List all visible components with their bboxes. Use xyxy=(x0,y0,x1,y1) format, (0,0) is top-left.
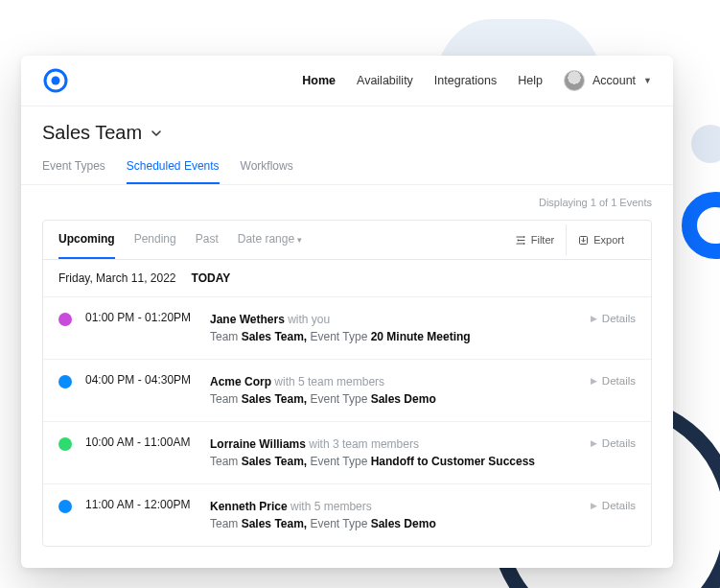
event-row: 04:00 PM - 04:30PMAcme Corp with 5 team … xyxy=(43,360,651,422)
event-color-dot xyxy=(58,313,72,326)
nav-home[interactable]: Home xyxy=(302,74,336,87)
panel-tabs: Upcoming Pending Past Date range Filter … xyxy=(43,221,651,260)
section-tabs: Event Types Scheduled Events Workflows xyxy=(21,150,673,185)
date-header: Friday, March 11, 2022 TODAY xyxy=(43,260,651,297)
event-color-dot xyxy=(58,500,72,513)
event-body: Kenneth Price with 5 membersTeam Sales T… xyxy=(210,498,591,532)
event-team: Sales Team, xyxy=(242,392,307,406)
event-type: Sales Demo xyxy=(371,392,436,406)
export-button[interactable]: Export xyxy=(566,224,636,255)
avatar xyxy=(564,70,585,91)
event-attendee-name: Kenneth Price xyxy=(210,500,288,513)
nav-availability[interactable]: Availability xyxy=(357,74,413,87)
event-type: Handoff to Customer Success xyxy=(371,455,535,468)
event-with-text: with you xyxy=(285,313,330,326)
caret-right-icon: ▶ xyxy=(591,501,597,510)
event-attendee-line: Kenneth Price with 5 members xyxy=(210,500,372,513)
event-meta-line: Team Sales Team, Event Type 20 Minute Me… xyxy=(210,328,591,345)
tab-event-types[interactable]: Event Types xyxy=(42,150,105,184)
filter-button[interactable]: Filter xyxy=(504,224,566,255)
caret-right-icon: ▶ xyxy=(591,314,597,323)
event-with-text: with 3 team members xyxy=(306,437,419,451)
event-color-dot xyxy=(58,375,72,388)
event-time: 01:00 PM - 01:20PM xyxy=(85,311,210,324)
event-attendee-line: Acme Corp with 5 team members xyxy=(210,375,384,388)
event-time: 04:00 PM - 04:30PM xyxy=(85,373,210,387)
account-menu[interactable]: Account ▼ xyxy=(564,70,652,91)
filter-label: Filter xyxy=(531,234,554,246)
event-team: Sales Team, xyxy=(242,330,307,343)
event-color-dot xyxy=(58,437,72,451)
panel-tab-past[interactable]: Past xyxy=(196,221,219,259)
nav-help[interactable]: Help xyxy=(518,74,543,87)
svg-point-3 xyxy=(517,239,519,241)
event-type: Sales Demo xyxy=(371,517,436,530)
events-panel: Upcoming Pending Past Date range Filter … xyxy=(42,220,652,547)
event-attendee-name: Acme Corp xyxy=(210,375,271,388)
event-attendee-name: Jane Wethers xyxy=(210,313,285,326)
filter-icon xyxy=(516,235,526,246)
page-title: Sales Team xyxy=(42,122,142,144)
event-with-text: with 5 members xyxy=(288,500,372,513)
chevron-down-icon[interactable] xyxy=(150,127,163,140)
panel-tab-date-range[interactable]: Date range xyxy=(238,221,302,259)
event-row: 01:00 PM - 01:20PMJane Wethers with youT… xyxy=(43,297,651,360)
details-button[interactable]: ▶Details xyxy=(591,500,636,511)
event-with-text: with 5 team members xyxy=(271,375,384,388)
panel-actions: Filter Export xyxy=(504,224,636,255)
svg-point-1 xyxy=(52,77,60,85)
details-label: Details xyxy=(602,437,636,449)
calendly-logo-icon xyxy=(42,67,69,94)
today-badge: TODAY xyxy=(192,271,231,285)
tab-workflows[interactable]: Workflows xyxy=(241,150,293,184)
app-window: Home Availability Integrations Help Acco… xyxy=(21,56,673,568)
event-type: 20 Minute Meeting xyxy=(371,330,471,343)
event-attendee-line: Lorraine Williams with 3 team members xyxy=(210,437,419,451)
event-team: Sales Team, xyxy=(242,517,307,530)
details-button[interactable]: ▶Details xyxy=(591,375,636,387)
page-title-bar: Sales Team xyxy=(21,106,673,150)
details-button[interactable]: ▶Details xyxy=(591,313,636,324)
caret-right-icon: ▶ xyxy=(591,376,597,386)
results-count: Displaying 1 of 1 Events xyxy=(21,185,673,214)
event-row: 11:00 AM - 12:00PMKenneth Price with 5 m… xyxy=(43,484,651,546)
details-button[interactable]: ▶Details xyxy=(591,437,636,449)
topbar: Home Availability Integrations Help Acco… xyxy=(21,56,673,106)
decorative-circle-small xyxy=(691,125,720,163)
event-time: 10:00 AM - 11:00AM xyxy=(85,435,210,449)
details-label: Details xyxy=(602,375,636,387)
svg-point-2 xyxy=(523,236,524,238)
tab-scheduled-events[interactable]: Scheduled Events xyxy=(127,150,220,184)
event-attendee-line: Jane Wethers with you xyxy=(210,313,330,326)
panel-tab-pending[interactable]: Pending xyxy=(134,221,176,259)
event-body: Jane Wethers with youTeam Sales Team, Ev… xyxy=(210,311,591,345)
nav-integrations[interactable]: Integrations xyxy=(434,74,497,87)
details-label: Details xyxy=(602,500,636,511)
primary-nav: Home Availability Integrations Help Acco… xyxy=(302,70,652,91)
event-team: Sales Team, xyxy=(242,455,307,468)
event-meta-line: Team Sales Team, Event Type Handoff to C… xyxy=(210,453,591,470)
event-meta-line: Team Sales Team, Event Type Sales Demo xyxy=(210,390,591,408)
export-icon xyxy=(578,235,589,246)
event-body: Acme Corp with 5 team membersTeam Sales … xyxy=(210,373,591,408)
panel-tab-upcoming[interactable]: Upcoming xyxy=(58,221,115,259)
events-list: 01:00 PM - 01:20PMJane Wethers with youT… xyxy=(43,297,651,546)
svg-point-4 xyxy=(523,243,524,245)
details-label: Details xyxy=(602,313,636,324)
decorative-ring-blue xyxy=(682,192,720,259)
event-meta-line: Team Sales Team, Event Type Sales Demo xyxy=(210,515,591,532)
event-time: 11:00 AM - 12:00PM xyxy=(85,498,210,511)
export-label: Export xyxy=(593,234,624,246)
date-label: Friday, March 11, 2022 xyxy=(58,271,176,285)
caret-right-icon: ▶ xyxy=(591,438,597,448)
account-label: Account xyxy=(592,74,636,87)
event-body: Lorraine Williams with 3 team membersTea… xyxy=(210,435,591,470)
event-attendee-name: Lorraine Williams xyxy=(210,437,306,451)
chevron-down-icon: ▼ xyxy=(643,76,652,85)
event-row: 10:00 AM - 11:00AMLorraine Williams with… xyxy=(43,422,651,484)
